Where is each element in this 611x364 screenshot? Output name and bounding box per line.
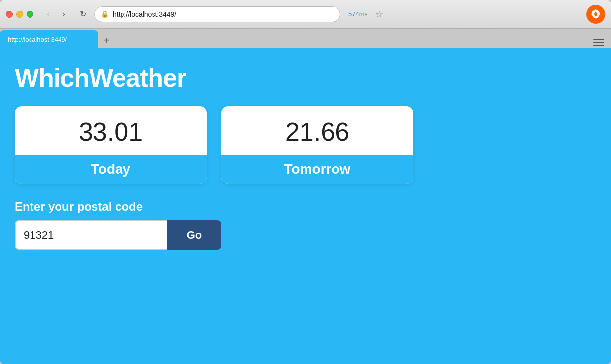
hamburger-line-1 xyxy=(593,39,604,40)
lock-icon: 🔒 xyxy=(101,10,109,18)
weather-cards: 33.01 Today 21.66 Tomorrow xyxy=(15,106,596,184)
bookmark-button[interactable]: ☆ xyxy=(372,7,386,21)
back-button[interactable]: ‹ xyxy=(41,7,55,21)
menu-button[interactable] xyxy=(593,36,605,48)
url-text: http://localhost:3449/ xyxy=(113,10,334,18)
app-title: WhichWeather xyxy=(15,63,596,92)
tomorrow-value: 21.66 xyxy=(221,106,413,155)
hamburger-line-3 xyxy=(593,45,604,46)
title-bar: ‹ › ↻ 🔒 http://localhost:3449/ 574ms ☆ xyxy=(0,0,611,29)
reload-button[interactable]: ↻ xyxy=(76,7,90,21)
postal-code-label: Enter your postal code xyxy=(15,200,596,213)
active-tab[interactable]: http://localhost:3449/ xyxy=(0,30,98,48)
browser-window: ‹ › ↻ 🔒 http://localhost:3449/ 574ms ☆ h… xyxy=(0,0,611,364)
go-button[interactable]: Go xyxy=(167,220,221,250)
tab-bar: http://localhost:3449/ + xyxy=(0,29,611,48)
minimize-button[interactable] xyxy=(16,11,23,18)
tab-label: http://localhost:3449/ xyxy=(8,36,91,43)
maximize-button[interactable] xyxy=(27,11,33,18)
postal-form: Go xyxy=(15,220,221,250)
tab-bar-right xyxy=(593,36,611,48)
page-content: WhichWeather 33.01 Today 21.66 Tomorrow … xyxy=(0,48,611,364)
load-time: 574ms xyxy=(348,10,367,18)
today-label: Today xyxy=(15,155,207,184)
address-bar[interactable]: 🔒 http://localhost:3449/ xyxy=(94,6,340,22)
new-tab-button[interactable]: + xyxy=(98,32,114,48)
tomorrow-card: 21.66 Tomorrow xyxy=(221,106,413,184)
traffic-lights xyxy=(6,11,33,18)
tomorrow-label: Tomorrow xyxy=(221,155,413,184)
postal-input[interactable] xyxy=(15,220,167,250)
today-value: 33.01 xyxy=(15,106,207,155)
close-button[interactable] xyxy=(6,11,13,18)
today-card: 33.01 Today xyxy=(15,106,207,184)
nav-buttons: ‹ › xyxy=(41,7,71,21)
hamburger-line-2 xyxy=(593,42,604,43)
brave-icon[interactable] xyxy=(586,5,605,24)
forward-button[interactable]: › xyxy=(57,7,71,21)
